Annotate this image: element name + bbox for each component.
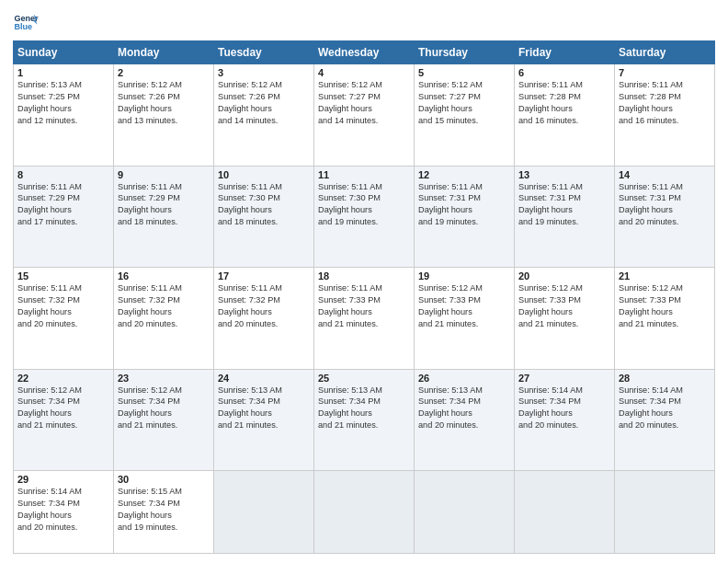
- sunrise-label: Sunrise: 5:11 AM: [17, 182, 82, 191]
- day-number: 10: [218, 169, 310, 180]
- sunrise-label: Sunrise: 5:11 AM: [118, 182, 182, 191]
- calendar-week-row: 22 Sunrise: 5:12 AM Sunset: 7:34 PM Dayl…: [14, 369, 715, 471]
- day-number: 18: [318, 270, 410, 282]
- calendar-cell: 19 Sunrise: 5:12 AM Sunset: 7:33 PM Dayl…: [415, 268, 515, 370]
- sunrise-label: Sunrise: 5:11 AM: [218, 283, 282, 293]
- calendar-cell: 1 Sunrise: 5:13 AM Sunset: 7:25 PM Dayli…: [14, 64, 114, 167]
- sunset-label: Sunset: 7:30 PM: [218, 193, 280, 202]
- day-number: 6: [518, 67, 610, 78]
- sunrise-label: Sunrise: 5:11 AM: [17, 283, 82, 293]
- sunrise-label: Sunrise: 5:11 AM: [619, 182, 683, 191]
- calendar-cell: 20 Sunrise: 5:12 AM Sunset: 7:33 PM Dayl…: [515, 268, 615, 370]
- daylight-duration: and 19 minutes.: [318, 217, 378, 226]
- sunset-label: Sunset: 7:33 PM: [518, 295, 581, 304]
- sunset-label: Sunset: 7:32 PM: [218, 295, 280, 304]
- daylight-label: Daylight hours: [118, 408, 172, 418]
- sunrise-label: Sunrise: 5:12 AM: [218, 80, 282, 89]
- calendar-cell: 29 Sunrise: 5:14 AM Sunset: 7:34 PM Dayl…: [14, 471, 114, 554]
- calendar-cell: [314, 471, 415, 554]
- calendar-cell: [214, 471, 314, 554]
- day-info: Sunrise: 5:11 AM Sunset: 7:30 PM Dayligh…: [218, 181, 310, 229]
- sunset-label: Sunset: 7:32 PM: [17, 295, 80, 304]
- sunrise-label: Sunrise: 5:11 AM: [218, 182, 282, 191]
- sunrise-label: Sunrise: 5:11 AM: [318, 182, 382, 191]
- calendar-cell: 24 Sunrise: 5:13 AM Sunset: 7:34 PM Dayl…: [214, 369, 314, 471]
- calendar-header-row: SundayMondayTuesdayWednesdayThursdayFrid…: [14, 41, 715, 64]
- day-info: Sunrise: 5:11 AM Sunset: 7:32 PM Dayligh…: [118, 282, 210, 330]
- day-number: 30: [118, 474, 210, 485]
- daylight-label: Daylight hours: [218, 307, 272, 316]
- day-info: Sunrise: 5:11 AM Sunset: 7:29 PM Dayligh…: [118, 181, 210, 229]
- day-info: Sunrise: 5:11 AM Sunset: 7:31 PM Dayligh…: [418, 181, 510, 229]
- calendar-cell: [615, 471, 715, 554]
- col-header-sunday: Sunday: [14, 41, 114, 64]
- daylight-label: Daylight hours: [518, 205, 573, 214]
- daylight-duration: and 16 minutes.: [518, 116, 578, 125]
- day-info: Sunrise: 5:13 AM Sunset: 7:34 PM Dayligh…: [418, 385, 510, 432]
- daylight-label: Daylight hours: [118, 307, 172, 316]
- calendar-cell: [515, 471, 615, 554]
- calendar-week-row: 29 Sunrise: 5:14 AM Sunset: 7:34 PM Dayl…: [14, 471, 715, 554]
- daylight-duration: and 20 minutes.: [17, 319, 77, 328]
- daylight-label: Daylight hours: [418, 205, 472, 214]
- daylight-label: Daylight hours: [619, 307, 673, 316]
- sunset-label: Sunset: 7:34 PM: [17, 499, 80, 508]
- sunrise-label: Sunrise: 5:14 AM: [619, 385, 683, 395]
- daylight-label: Daylight hours: [218, 104, 272, 113]
- day-info: Sunrise: 5:11 AM Sunset: 7:30 PM Dayligh…: [318, 181, 410, 229]
- col-header-thursday: Thursday: [415, 41, 515, 64]
- calendar-cell: 15 Sunrise: 5:11 AM Sunset: 7:32 PM Dayl…: [14, 268, 114, 370]
- sunrise-label: Sunrise: 5:12 AM: [418, 80, 483, 89]
- svg-text:Blue: Blue: [14, 22, 32, 31]
- daylight-label: Daylight hours: [118, 511, 172, 520]
- daylight-duration: and 21 minutes.: [418, 319, 478, 328]
- day-info: Sunrise: 5:13 AM Sunset: 7:34 PM Dayligh…: [318, 385, 410, 432]
- daylight-duration: and 21 minutes.: [17, 420, 77, 430]
- sunset-label: Sunset: 7:31 PM: [418, 193, 481, 202]
- calendar-cell: 8 Sunrise: 5:11 AM Sunset: 7:29 PM Dayli…: [14, 166, 114, 268]
- sunset-label: Sunset: 7:29 PM: [17, 193, 80, 202]
- sunrise-label: Sunrise: 5:13 AM: [418, 385, 483, 395]
- sunrise-label: Sunrise: 5:11 AM: [518, 182, 583, 191]
- day-info: Sunrise: 5:12 AM Sunset: 7:27 PM Dayligh…: [318, 79, 410, 127]
- day-number: 16: [118, 270, 210, 282]
- day-info: Sunrise: 5:11 AM Sunset: 7:31 PM Dayligh…: [619, 181, 711, 229]
- logo: General Blue: [13, 9, 40, 35]
- sunrise-label: Sunrise: 5:11 AM: [518, 80, 583, 89]
- day-number: 23: [118, 373, 210, 384]
- daylight-duration: and 20 minutes.: [418, 420, 478, 430]
- day-number: 4: [318, 67, 410, 78]
- sunrise-label: Sunrise: 5:11 AM: [619, 80, 683, 89]
- day-number: 21: [619, 270, 711, 282]
- daylight-label: Daylight hours: [218, 205, 272, 214]
- calendar-cell: 4 Sunrise: 5:12 AM Sunset: 7:27 PM Dayli…: [314, 64, 415, 167]
- daylight-duration: and 14 minutes.: [318, 116, 378, 125]
- daylight-label: Daylight hours: [318, 104, 372, 113]
- col-header-saturday: Saturday: [615, 41, 715, 64]
- calendar-week-row: 1 Sunrise: 5:13 AM Sunset: 7:25 PM Dayli…: [14, 64, 715, 167]
- calendar-cell: [415, 471, 515, 554]
- calendar-cell: 25 Sunrise: 5:13 AM Sunset: 7:34 PM Dayl…: [314, 369, 415, 471]
- calendar-cell: 28 Sunrise: 5:14 AM Sunset: 7:34 PM Dayl…: [615, 369, 715, 471]
- daylight-label: Daylight hours: [17, 511, 72, 520]
- sunrise-label: Sunrise: 5:11 AM: [318, 283, 382, 293]
- sunset-label: Sunset: 7:28 PM: [518, 92, 581, 101]
- calendar-cell: 18 Sunrise: 5:11 AM Sunset: 7:33 PM Dayl…: [314, 268, 415, 370]
- daylight-label: Daylight hours: [518, 408, 573, 418]
- calendar-week-row: 8 Sunrise: 5:11 AM Sunset: 7:29 PM Dayli…: [14, 166, 715, 268]
- day-number: 9: [118, 169, 210, 180]
- sunset-label: Sunset: 7:34 PM: [218, 396, 280, 406]
- sunrise-label: Sunrise: 5:12 AM: [17, 385, 82, 395]
- daylight-label: Daylight hours: [518, 104, 573, 113]
- daylight-label: Daylight hours: [17, 408, 72, 418]
- calendar-cell: 14 Sunrise: 5:11 AM Sunset: 7:31 PM Dayl…: [615, 166, 715, 268]
- sunset-label: Sunset: 7:34 PM: [619, 396, 681, 406]
- daylight-duration: and 17 minutes.: [17, 217, 77, 226]
- col-header-wednesday: Wednesday: [314, 41, 415, 64]
- sunset-label: Sunset: 7:26 PM: [118, 92, 180, 101]
- day-number: 22: [17, 373, 109, 384]
- calendar-cell: 3 Sunrise: 5:12 AM Sunset: 7:26 PM Dayli…: [214, 64, 314, 167]
- day-info: Sunrise: 5:12 AM Sunset: 7:34 PM Dayligh…: [17, 385, 109, 432]
- day-number: 3: [218, 67, 310, 78]
- sunset-label: Sunset: 7:34 PM: [418, 396, 481, 406]
